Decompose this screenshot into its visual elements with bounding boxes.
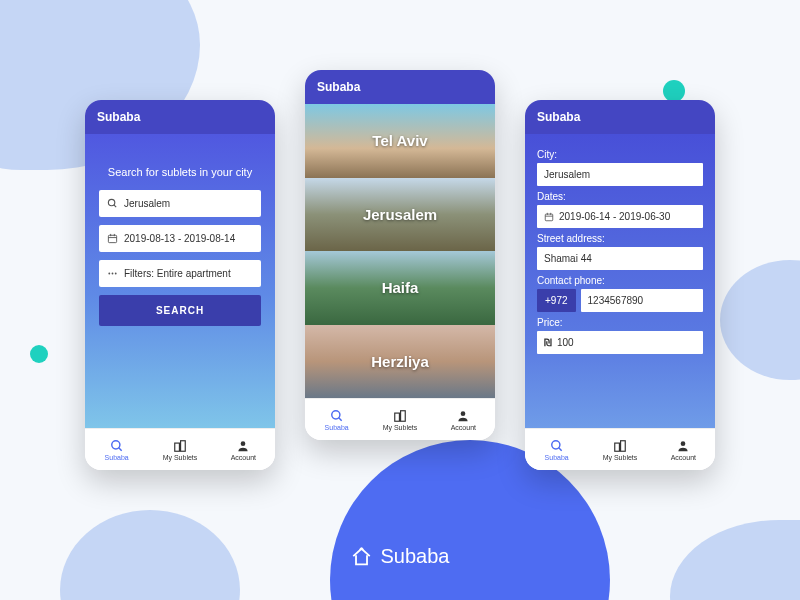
buildings-icon [613, 439, 627, 453]
app-header: Subaba [305, 70, 495, 104]
svg-line-1 [114, 205, 116, 207]
search-icon [550, 439, 564, 453]
svg-point-7 [112, 273, 114, 275]
search-icon [110, 439, 124, 453]
svg-point-18 [461, 411, 466, 416]
tab-my-sublets[interactable]: My Sublets [588, 429, 651, 470]
tab-label: My Sublets [163, 454, 198, 461]
city-jerusalem[interactable]: Jerusalem [305, 178, 495, 252]
tab-bar: Subaba My Sublets Account [305, 398, 495, 440]
tab-account[interactable]: Account [432, 399, 495, 440]
svg-rect-25 [615, 443, 620, 451]
svg-rect-19 [545, 214, 553, 221]
svg-line-15 [338, 417, 341, 420]
phone-field[interactable]: 1234567890 [581, 289, 703, 312]
svg-line-10 [118, 447, 121, 450]
filters-icon [107, 268, 118, 279]
city-herzliya[interactable]: Herzliya [305, 325, 495, 399]
svg-line-24 [558, 447, 561, 450]
city-field[interactable]: Jerusalem [537, 163, 703, 186]
tab-subaba[interactable]: Subaba [525, 429, 588, 470]
tab-subaba[interactable]: Subaba [305, 399, 368, 440]
svg-point-8 [115, 273, 117, 275]
dates-value: 2019-08-13 - 2019-08-14 [124, 233, 235, 244]
tab-account[interactable]: Account [652, 429, 715, 470]
tab-label: Subaba [325, 424, 349, 431]
city-telaviv[interactable]: Tel Aviv [305, 104, 495, 178]
brand-text: Subaba [381, 545, 450, 568]
brand-logo: Subaba [351, 545, 450, 568]
tab-label: My Sublets [603, 454, 638, 461]
dates-input[interactable]: 2019-08-13 - 2019-08-14 [99, 225, 261, 252]
buildings-icon [173, 439, 187, 453]
dates-value: 2019-06-14 - 2019-06-30 [559, 211, 670, 222]
buildings-icon [393, 409, 407, 423]
svg-rect-17 [401, 410, 406, 421]
calendar-icon [544, 212, 554, 222]
app-header: Subaba [85, 100, 275, 134]
phone-prefix[interactable]: +972 [537, 289, 576, 312]
calendar-icon [107, 233, 118, 244]
svg-point-27 [681, 441, 686, 446]
city-value: Jerusalem [124, 198, 170, 209]
search-title: Search for sublets in your city [99, 166, 261, 178]
svg-point-6 [108, 273, 110, 275]
tab-my-sublets[interactable]: My Sublets [148, 429, 211, 470]
svg-point-0 [108, 199, 114, 205]
account-icon [236, 439, 250, 453]
svg-point-23 [551, 440, 559, 448]
price-field[interactable]: ₪ 100 [537, 331, 703, 354]
phone-label: Contact phone: [537, 275, 703, 286]
city-input[interactable]: Jerusalem [99, 190, 261, 217]
search-icon [107, 198, 118, 209]
svg-point-13 [241, 441, 246, 446]
shekel-icon: ₪ [544, 337, 552, 348]
phone-value: 1234567890 [588, 295, 644, 306]
search-button[interactable]: SEARCH [99, 295, 261, 326]
svg-point-9 [111, 440, 119, 448]
street-label: Street address: [537, 233, 703, 244]
account-icon [676, 439, 690, 453]
svg-rect-2 [108, 235, 116, 242]
house-icon [351, 546, 373, 568]
street-field[interactable]: Shamai 44 [537, 247, 703, 270]
svg-rect-16 [395, 413, 400, 421]
tab-bar: Subaba My Sublets Account [525, 428, 715, 470]
filters-value: Filters: Entire apartment [124, 268, 231, 279]
tab-label: Subaba [545, 454, 569, 461]
screen-search: Subaba Search for sublets in your city J… [85, 100, 275, 470]
dates-field[interactable]: 2019-06-14 - 2019-06-30 [537, 205, 703, 228]
city-label: City: [537, 149, 703, 160]
street-value: Shamai 44 [544, 253, 592, 264]
svg-rect-11 [175, 443, 180, 451]
tab-label: My Sublets [383, 424, 418, 431]
screen-form: Subaba City: Jerusalem Dates: 2019-06-14… [525, 100, 715, 470]
price-label: Price: [537, 317, 703, 328]
city-haifa[interactable]: Haifa [305, 251, 495, 325]
tab-bar: Subaba My Sublets Account [85, 428, 275, 470]
search-icon [330, 409, 344, 423]
tab-account[interactable]: Account [212, 429, 275, 470]
tab-label: Account [231, 454, 256, 461]
svg-point-14 [331, 410, 339, 418]
city-value: Jerusalem [544, 169, 590, 180]
tab-label: Account [451, 424, 476, 431]
tab-subaba[interactable]: Subaba [85, 429, 148, 470]
dates-label: Dates: [537, 191, 703, 202]
tab-label: Subaba [105, 454, 129, 461]
tab-my-sublets[interactable]: My Sublets [368, 399, 431, 440]
account-icon [456, 409, 470, 423]
tab-label: Account [671, 454, 696, 461]
app-header: Subaba [525, 100, 715, 134]
svg-rect-26 [621, 440, 626, 451]
filters-input[interactable]: Filters: Entire apartment [99, 260, 261, 287]
svg-rect-12 [181, 440, 186, 451]
price-value: 100 [557, 337, 574, 348]
screen-cities: Subaba Tel Aviv Jerusalem Haifa Herzliya… [305, 70, 495, 440]
